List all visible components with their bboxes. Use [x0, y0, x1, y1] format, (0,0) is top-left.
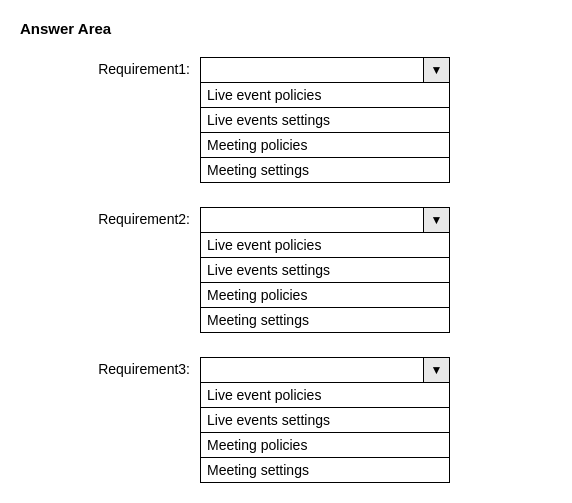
dropdown-option-2-3[interactable]: Meeting policies	[201, 283, 449, 308]
dropdown-option-2-2[interactable]: Live events settings	[201, 258, 449, 283]
dropdown-option-1-1[interactable]: Live event policies	[201, 83, 449, 108]
dropdown-option-3-3[interactable]: Meeting policies	[201, 433, 449, 458]
dropdown-arrow-icon-1[interactable]: ▼	[423, 58, 449, 82]
dropdown-container-1: ▼Live event policiesLive events settings…	[200, 57, 450, 183]
dropdown-arrow-icon-3[interactable]: ▼	[423, 358, 449, 382]
dropdown-option-3-4[interactable]: Meeting settings	[201, 458, 449, 482]
requirement-group-3: Requirement3:▼Live event policiesLive ev…	[20, 357, 552, 483]
requirement-group-1: Requirement1:▼Live event policiesLive ev…	[20, 57, 552, 183]
dropdown-container-3: ▼Live event policiesLive events settings…	[200, 357, 450, 483]
dropdown-option-1-4[interactable]: Meeting settings	[201, 158, 449, 182]
requirement-group-2: Requirement2:▼Live event policiesLive ev…	[20, 207, 552, 333]
dropdown-options-3: Live event policiesLive events settingsM…	[200, 383, 450, 483]
requirement-label-3: Requirement3:	[20, 357, 200, 377]
dropdown-select-1[interactable]: ▼	[200, 57, 450, 83]
dropdown-option-3-2[interactable]: Live events settings	[201, 408, 449, 433]
dropdown-options-1: Live event policiesLive events settingsM…	[200, 83, 450, 183]
requirement-label-2: Requirement2:	[20, 207, 200, 227]
dropdown-select-2[interactable]: ▼	[200, 207, 450, 233]
answer-area-title: Answer Area	[20, 20, 552, 37]
dropdown-option-1-3[interactable]: Meeting policies	[201, 133, 449, 158]
dropdown-container-2: ▼Live event policiesLive events settings…	[200, 207, 450, 333]
dropdown-arrow-icon-2[interactable]: ▼	[423, 208, 449, 232]
dropdown-option-1-2[interactable]: Live events settings	[201, 108, 449, 133]
requirement-label-1: Requirement1:	[20, 57, 200, 77]
dropdown-option-2-1[interactable]: Live event policies	[201, 233, 449, 258]
dropdown-option-2-4[interactable]: Meeting settings	[201, 308, 449, 332]
dropdown-options-2: Live event policiesLive events settingsM…	[200, 233, 450, 333]
dropdown-select-3[interactable]: ▼	[200, 357, 450, 383]
dropdown-option-3-1[interactable]: Live event policies	[201, 383, 449, 408]
